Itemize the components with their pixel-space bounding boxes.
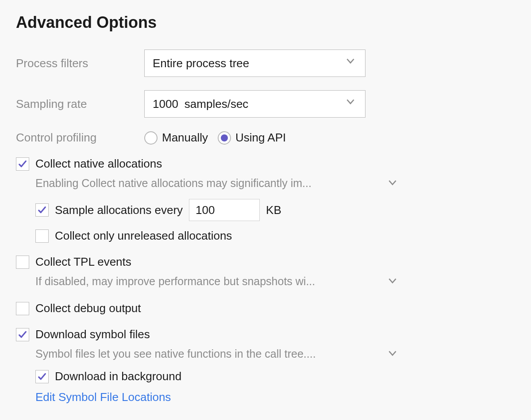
radio-label-using-api: Using API xyxy=(235,131,286,145)
collect-native-description: Enabling Collect native allocations may … xyxy=(35,177,382,190)
collect-tpl-label: Collect TPL events xyxy=(35,255,131,269)
sampling-rate-row: Sampling rate 1000 samples/sec xyxy=(16,90,515,118)
collect-native-checkbox[interactable] xyxy=(16,157,29,171)
download-symbols-option: Download symbol files Symbol files let y… xyxy=(16,328,515,404)
radio-icon xyxy=(218,131,231,145)
download-symbols-description: Symbol files let you see native function… xyxy=(35,347,382,360)
control-profiling-row: Control profiling Manually Using API xyxy=(16,131,515,145)
radio-label-manually: Manually xyxy=(162,131,208,145)
download-background-label: Download in background xyxy=(55,370,181,383)
sampling-rate-select[interactable]: 1000 samples/sec xyxy=(144,90,366,118)
sample-allocations-label: Sample allocations every xyxy=(55,203,183,217)
control-profiling-radio-manually[interactable]: Manually xyxy=(144,131,208,145)
only-unreleased-checkbox[interactable] xyxy=(35,229,49,243)
process-filters-row: Process filters Entire process tree xyxy=(16,50,515,77)
collect-native-option: Collect native allocations Enabling Coll… xyxy=(16,157,515,243)
sample-allocations-unit: KB xyxy=(266,203,281,217)
collect-native-expand[interactable] xyxy=(387,175,398,191)
download-symbols-checkbox[interactable] xyxy=(16,328,29,341)
download-background-checkbox[interactable] xyxy=(35,370,49,383)
section-title: Advanced Options xyxy=(16,13,515,32)
edit-symbol-locations-link[interactable]: Edit Symbol File Locations xyxy=(35,390,171,404)
sample-allocations-input[interactable] xyxy=(189,199,260,221)
process-filters-value: Entire process tree xyxy=(153,57,249,70)
sampling-rate-number: 1000 xyxy=(153,97,185,111)
sample-allocations-checkbox[interactable] xyxy=(35,203,49,217)
collect-tpl-option: Collect TPL events If disabled, may impr… xyxy=(16,255,515,289)
collect-debug-option: Collect debug output xyxy=(16,302,515,315)
collect-tpl-expand[interactable] xyxy=(387,273,398,289)
sampling-rate-label: Sampling rate xyxy=(16,97,144,111)
only-unreleased-label: Collect only unreleased allocations xyxy=(55,229,232,243)
process-filters-label: Process filters xyxy=(16,57,144,70)
collect-debug-label: Collect debug output xyxy=(35,302,141,315)
collect-debug-checkbox[interactable] xyxy=(16,302,29,315)
control-profiling-radio-using-api[interactable]: Using API xyxy=(218,131,286,145)
radio-icon xyxy=(144,131,158,145)
collect-native-label: Collect native allocations xyxy=(35,157,162,171)
sampling-rate-unit: samples/sec xyxy=(185,97,249,111)
collect-tpl-checkbox[interactable] xyxy=(16,256,29,269)
control-profiling-label: Control profiling xyxy=(16,131,144,145)
download-symbols-label: Download symbol files xyxy=(35,328,150,341)
chevron-down-icon xyxy=(345,55,356,70)
chevron-down-icon xyxy=(345,96,356,111)
collect-tpl-description: If disabled, may improve performance but… xyxy=(35,275,382,288)
download-symbols-expand[interactable] xyxy=(387,346,398,362)
process-filters-select[interactable]: Entire process tree xyxy=(144,50,366,77)
